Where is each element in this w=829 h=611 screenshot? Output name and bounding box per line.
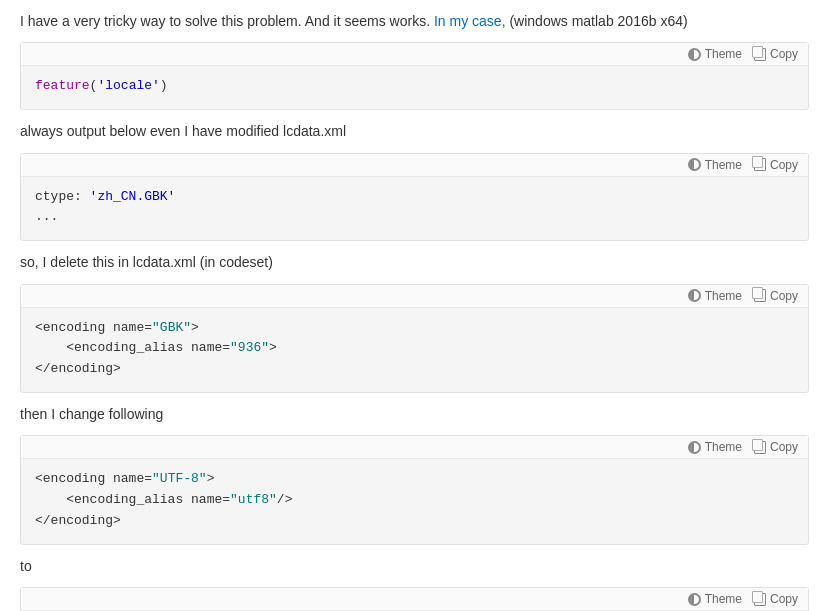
copy-button-5[interactable]: Copy <box>754 592 798 606</box>
copy-button-4[interactable]: Copy <box>754 440 798 454</box>
code-text: ctype: <box>35 189 90 204</box>
code-block-4: Theme Copy <encoding name="UTF-8"> <enco… <box>20 435 809 544</box>
intro-paragraph: I have a very tricky way to solve this p… <box>20 10 809 32</box>
theme-icon-1 <box>688 48 701 61</box>
theme-button-1[interactable]: Theme <box>688 47 742 61</box>
copy-button-2[interactable]: Copy <box>754 158 798 172</box>
theme-button-4[interactable]: Theme <box>688 440 742 454</box>
para-3-text: then I change following <box>20 406 163 422</box>
paragraph-3: then I change following <box>20 403 809 425</box>
theme-label-2: Theme <box>705 158 742 172</box>
intro-text-end: (windows matlab 2016b x64) <box>506 13 688 29</box>
code-block-1-body: feature('locale') <box>21 66 808 109</box>
copy-button-1[interactable]: Copy <box>754 47 798 61</box>
code-text: <encoding name= <box>35 320 152 335</box>
code-block-2-body: ctype: 'zh_CN.GBK' ... <box>21 177 808 241</box>
paragraph-2: so, I delete this in lcdata.xml (in code… <box>20 251 809 273</box>
theme-icon-5 <box>688 593 701 606</box>
paragraph-4: to <box>20 555 809 577</box>
intro-text-blue: In my case, <box>434 13 506 29</box>
code-block-1-header: Theme Copy <box>21 43 808 66</box>
code-block-4-header: Theme Copy <box>21 436 808 459</box>
copy-label-5: Copy <box>770 592 798 606</box>
code-block-3: Theme Copy <encoding name="GBK"> <encodi… <box>20 284 809 393</box>
copy-icon-5 <box>754 593 766 606</box>
code-text: "utf8" <box>230 492 277 507</box>
code-block-4-body: <encoding name="UTF-8"> <encoding_alias … <box>21 459 808 543</box>
para-2-text: so, I delete this in lcdata.xml (in code… <box>20 254 273 270</box>
theme-button-2[interactable]: Theme <box>688 158 742 172</box>
copy-icon-2 <box>754 158 766 171</box>
theme-icon-3 <box>688 289 701 302</box>
copy-icon-3 <box>754 289 766 302</box>
copy-label-2: Copy <box>770 158 798 172</box>
code-text: 'zh_CN.GBK' <box>90 189 176 204</box>
intro-text-main: I have a very tricky way to solve this p… <box>20 13 434 29</box>
code-text: "GBK" <box>152 320 191 335</box>
copy-label-3: Copy <box>770 289 798 303</box>
code-text: "UTF-8" <box>152 471 207 486</box>
code-text: 'locale' <box>97 78 159 93</box>
code-text: feature <box>35 78 90 93</box>
theme-label-3: Theme <box>705 289 742 303</box>
theme-label-5: Theme <box>705 592 742 606</box>
theme-icon-2 <box>688 158 701 171</box>
code-block-5-header: Theme Copy <box>21 588 808 611</box>
code-block-2-header: Theme Copy <box>21 154 808 177</box>
code-block-3-body: <encoding name="GBK"> <encoding_alias na… <box>21 308 808 392</box>
code-text: ... <box>35 209 58 224</box>
copy-label-1: Copy <box>770 47 798 61</box>
theme-label-4: Theme <box>705 440 742 454</box>
code-text: <encoding name= <box>35 471 152 486</box>
para-4-text: to <box>20 558 32 574</box>
theme-label-1: Theme <box>705 47 742 61</box>
copy-label-4: Copy <box>770 440 798 454</box>
code-block-1: Theme Copy feature('locale') <box>20 42 809 110</box>
copy-button-3[interactable]: Copy <box>754 289 798 303</box>
code-block-5: Theme Copy <encoding name="UTF-8"> <enco… <box>20 587 809 611</box>
theme-button-3[interactable]: Theme <box>688 289 742 303</box>
theme-icon-4 <box>688 441 701 454</box>
theme-button-5[interactable]: Theme <box>688 592 742 606</box>
paragraph-1: always output below even I have modified… <box>20 120 809 142</box>
copy-icon-1 <box>754 48 766 61</box>
para-1-text: always output below even I have modified… <box>20 123 346 139</box>
code-block-3-header: Theme Copy <box>21 285 808 308</box>
code-text: "936" <box>230 340 269 355</box>
code-block-2: Theme Copy ctype: 'zh_CN.GBK' ... <box>20 153 809 242</box>
code-text: ) <box>160 78 168 93</box>
copy-icon-4 <box>754 441 766 454</box>
